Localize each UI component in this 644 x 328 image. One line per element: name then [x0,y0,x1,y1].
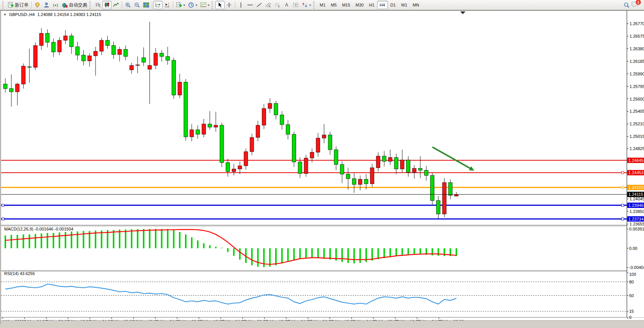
candle [172,60,175,95]
candle [57,40,61,52]
timeframe-button-w1[interactable]: W1 [399,1,410,9]
symbol-period-label: GBPUSD-,H4 [9,12,35,17]
auto-trading-icon [62,2,68,8]
candle [388,157,392,161]
timeframe-button-m1[interactable]: M1 [317,1,328,9]
svg-text:1.25405: 1.25405 [630,109,644,114]
candle [364,179,368,184]
new-order-button[interactable]: 新订单 [6,1,30,9]
timeframe-button-h4[interactable]: H4 [377,1,388,9]
timeframe-button-m5[interactable]: M5 [328,1,339,9]
timeframe-button-mn[interactable]: MN [410,1,422,9]
timeframe-button-h1[interactable]: H1 [366,1,377,9]
chart-shift-marker[interactable] [460,11,465,14]
toolbar-grip[interactable] [212,1,214,9]
rsi-label: RSI(14) 43.6255 [4,271,35,276]
svg-text:1.25990: 1.25990 [630,72,644,76]
channel-button[interactable]: E [264,1,273,9]
svg-text:1.23850: 1.23850 [630,209,644,214]
bar-chart-button[interactable] [93,1,102,9]
candle [148,66,151,69]
rsi-layer [1,282,627,311]
zoom-in-icon [125,2,131,8]
rsi-line [5,284,456,304]
candle [160,53,164,56]
price-tag-1.24453: 1.24453 [627,170,644,175]
gold-gem-button[interactable] [33,1,42,9]
signal-button[interactable] [51,1,60,9]
text-label-icon: T [293,2,299,8]
candle [27,67,31,67]
cursor-button[interactable] [215,1,225,9]
timeframe-button-m30[interactable]: M30 [353,1,366,9]
svg-text:1.25795: 1.25795 [630,84,644,89]
candle [220,125,224,163]
auto-trading-button[interactable]: 自动交易 [60,1,89,9]
toolbar-separator [173,1,173,9]
candlestick-button[interactable] [102,1,112,9]
horizontal-lines-layer [1,160,627,220]
horizontal-line-button[interactable] [245,1,255,9]
toolbar-grip[interactable] [2,1,5,9]
crosshair-icon [226,2,232,8]
chart-shift-button[interactable] [163,1,172,9]
line-chart-button[interactable] [112,1,121,9]
candle [100,40,104,51]
candle [418,168,422,170]
chevron-down-icon: ▾ [309,3,311,7]
search-button[interactable] [622,1,631,9]
zoom-out-button[interactable] [132,1,142,9]
candlestick-icon [104,2,110,8]
timeframe-button-d1[interactable]: D1 [388,1,399,9]
zoom-out-icon [134,2,140,8]
text-button[interactable]: A [282,1,291,9]
svg-text:F: F [278,5,280,8]
candle [112,45,115,54]
candle [51,42,55,52]
arrows-button[interactable]: ▾ [300,1,312,9]
svg-text:1.25600: 1.25600 [630,97,644,101]
candle [442,182,446,214]
chart-canvas[interactable]: MACD(12,26,9) -0.001646 -0.001504RSI(14)… [1,11,644,324]
tile-windows-button[interactable] [142,1,151,9]
svg-text:1.26380: 1.26380 [630,46,644,51]
search-icon [623,2,630,8]
candle [226,163,230,172]
horizontal-line-icon [247,2,253,8]
chat-button[interactable]: 1 [631,1,639,9]
trader-button[interactable] [42,1,51,9]
indicators-button[interactable]: ▾ [174,1,187,9]
timeframe-button-m15[interactable]: M15 [340,1,353,9]
vertical-line-button[interactable] [236,1,245,9]
templates-button[interactable]: ▾ [199,1,211,9]
text-label-button[interactable]: T [291,1,300,9]
periods-button[interactable]: ▾ [187,1,199,9]
main-toolbar: 新订单 自动交易 ▾ ▾ [0,0,644,10]
candle [166,56,170,60]
candle [376,156,380,168]
candle [124,50,128,57]
trendline-button[interactable] [255,1,264,9]
cursor-icon [217,2,223,8]
channel-icon: E [265,2,271,8]
toolbar-grip[interactable] [89,1,92,9]
chevron-down-icon[interactable]: ▼ [3,13,6,16]
candle [244,152,248,166]
templates-icon [200,2,206,8]
crosshair-button[interactable] [225,1,234,9]
zoom-in-button[interactable] [123,1,132,9]
chevron-down-icon: ▾ [196,3,197,7]
trend-arrow[interactable] [432,147,472,169]
price-tag-1.23946: 1.23946 [627,203,644,208]
candle [21,66,25,84]
svg-text:1.23655: 1.23655 [630,222,644,226]
fibonacci-button[interactable]: F [273,1,282,9]
arrows-icon [302,2,308,8]
toolbar-grip[interactable] [313,1,316,9]
candle [46,33,49,42]
svg-text:1.25210: 1.25210 [630,122,644,126]
candle [16,84,19,92]
auto-scroll-button[interactable] [153,1,163,9]
svg-text:1.26575: 1.26575 [630,34,644,38]
svg-text:0.003914: 0.003914 [629,227,644,231]
